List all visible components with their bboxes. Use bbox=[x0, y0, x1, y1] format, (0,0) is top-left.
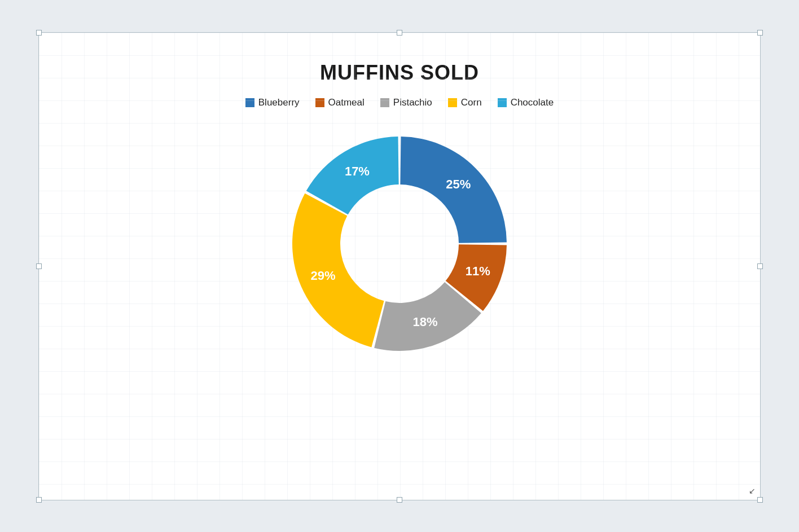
segment-label-corn: 29% bbox=[311, 269, 336, 283]
legend-swatch-blueberry bbox=[245, 98, 254, 107]
resize-handle-mr[interactable] bbox=[757, 263, 763, 269]
resize-arrow-icon: ↙ bbox=[749, 486, 756, 495]
chart-container: ↙ MUFFINS SOLD Blueberry Oatmeal Pistach… bbox=[38, 32, 761, 500]
resize-handle-tr[interactable] bbox=[757, 30, 763, 36]
donut-chart: 25%11%18%29%17% bbox=[281, 125, 518, 362]
resize-handle-tc[interactable] bbox=[397, 30, 402, 36]
segment-corn[interactable] bbox=[292, 193, 384, 347]
segment-label-chocolate: 17% bbox=[345, 164, 370, 178]
resize-handle-bc[interactable] bbox=[397, 497, 402, 503]
legend-item-pistachio: Pistachio bbox=[380, 97, 432, 108]
legend-label-chocolate: Chocolate bbox=[511, 97, 554, 108]
legend-label-pistachio: Pistachio bbox=[393, 97, 432, 108]
legend-swatch-corn bbox=[448, 98, 457, 107]
legend-item-chocolate: Chocolate bbox=[498, 97, 554, 108]
resize-handle-ml[interactable] bbox=[36, 263, 42, 269]
resize-handle-br[interactable] bbox=[757, 497, 763, 503]
chart-legend: Blueberry Oatmeal Pistachio Corn Chocola… bbox=[245, 97, 554, 108]
segment-label-blueberry: 25% bbox=[446, 177, 471, 191]
resize-handle-bl[interactable] bbox=[36, 497, 42, 503]
legend-label-oatmeal: Oatmeal bbox=[328, 97, 365, 108]
legend-item-blueberry: Blueberry bbox=[245, 97, 300, 108]
legend-item-oatmeal: Oatmeal bbox=[315, 97, 365, 108]
legend-label-corn: Corn bbox=[461, 97, 482, 108]
resize-handle-tl[interactable] bbox=[36, 30, 42, 36]
legend-swatch-pistachio bbox=[380, 98, 389, 107]
legend-swatch-oatmeal bbox=[315, 98, 324, 107]
legend-label-blueberry: Blueberry bbox=[258, 97, 300, 108]
chart-title: MUFFINS SOLD bbox=[320, 61, 479, 85]
legend-item-corn: Corn bbox=[448, 97, 482, 108]
donut-svg: 25%11%18%29%17% bbox=[281, 125, 518, 362]
segment-label-pistachio: 18% bbox=[413, 315, 438, 329]
segment-label-oatmeal: 11% bbox=[466, 263, 490, 278]
legend-swatch-chocolate bbox=[498, 98, 507, 107]
